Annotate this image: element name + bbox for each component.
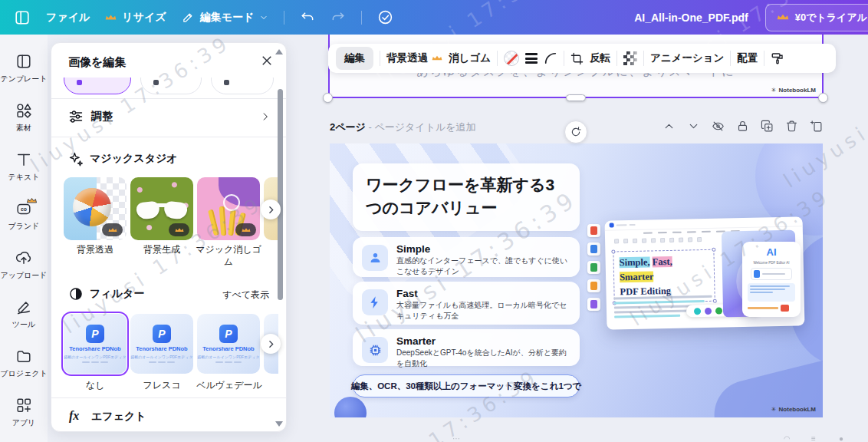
filter-none-thumb[interactable]: P Tenorshare PDNob 搭載のオールインワンPDFエディタ — [64, 314, 127, 374]
document-filename[interactable]: AI_All-in-One_PDF.pdf — [634, 12, 748, 24]
ai-panel-action-row — [748, 305, 795, 312]
value-desc: DeepSeekとGPT-4oを統合したAIが、分析と要約を自動化 — [396, 348, 570, 369]
duplicate-page-icon[interactable] — [761, 120, 774, 133]
sidebar-item-apps[interactable]: アプリ — [0, 397, 48, 428]
sidebar-item-label: テキスト — [8, 172, 40, 183]
decor-sphere — [334, 397, 367, 417]
magic-bg-generate-thumb[interactable] — [130, 177, 193, 240]
value-card-simple[interactable]: Simple 直感的なインターフェースで、誰でもすぐに使いこなせるデザイン — [353, 237, 580, 277]
cloud-save-status-button[interactable] — [377, 9, 393, 25]
mockup-heading-word: Smarter — [620, 271, 654, 282]
magic-bg-remove-thumb[interactable] — [64, 177, 127, 240]
magic-eraser-thumb[interactable] — [197, 177, 260, 240]
chevron-down-icon — [259, 13, 268, 22]
undo-button[interactable] — [300, 10, 315, 25]
tools-icon — [15, 299, 32, 315]
page3-partial-controls: ··· ◠ ≡ ● — [330, 434, 836, 442]
curve-style-button[interactable] — [544, 51, 557, 65]
magic-scroll-right-button[interactable] — [261, 200, 281, 219]
ellipsis-partial: ··· — [452, 434, 460, 442]
copy-style-button[interactable] — [771, 51, 784, 65]
no-color-swatch-button[interactable] — [504, 51, 519, 66]
context-toolbar: 編集 背景透過 消しゴム 反転 アニメーション 配置 — [328, 44, 836, 73]
edit-mode-menu[interactable]: 編集モード — [182, 11, 269, 25]
crop-icon — [570, 52, 584, 65]
effects-label: エフェクト — [91, 410, 146, 424]
sidebar-item-projects[interactable]: プロジェクト — [0, 348, 48, 379]
hide-page-icon[interactable] — [712, 120, 725, 133]
undo-icon — [300, 10, 315, 25]
page2-separator: - — [366, 121, 375, 133]
page2-canvas[interactable]: ワークフローを革新する3つのコアバリュー Simple 直感的なインターフェース… — [330, 143, 823, 417]
chip-icon — [362, 337, 388, 363]
stroke-weight-button[interactable] — [525, 53, 538, 64]
slide-title[interactable]: ワークフローを革新する3つのコアバリュー — [353, 163, 580, 231]
trial-button[interactable]: ¥0でトライアル — [765, 4, 868, 31]
panel-tab-pill[interactable] — [211, 78, 274, 94]
file-menu[interactable]: ファイル — [46, 11, 90, 25]
value-card-smarter[interactable]: Smarter DeepSeekとGPT-4oを統合したAIが、分析と要約を自動… — [353, 329, 580, 366]
sidebar-item-templates[interactable]: テンプレート — [0, 53, 48, 84]
filters-see-all-link[interactable]: すべて表示 — [222, 289, 269, 302]
adjust-row[interactable]: 調整 — [51, 99, 286, 137]
sidebar-item-elements[interactable]: 素材 — [0, 102, 48, 134]
redo-button[interactable] — [330, 10, 346, 25]
magic-studio-header: マジックスタジオ — [51, 151, 286, 170]
sidebar-item-uploads[interactable]: アップロード — [0, 249, 48, 281]
divider — [380, 51, 380, 66]
filters-scroll-right-button[interactable] — [261, 334, 281, 354]
delete-page-icon[interactable] — [785, 120, 798, 133]
template-icon — [15, 53, 32, 70]
page2-title-placeholder[interactable]: ページタイトルを追加 — [374, 121, 475, 133]
redo-icon — [330, 10, 346, 25]
panel-scroll-up-arrow[interactable] — [275, 49, 283, 54]
selection-handle-bottom-left[interactable] — [323, 93, 333, 103]
panel-tab-row — [51, 78, 286, 94]
panel-scrollbar[interactable] — [278, 89, 283, 300]
position-button[interactable]: 配置 — [737, 51, 758, 65]
filter-thumb-title: Tenorshare PDNob — [69, 345, 120, 352]
value-card-fast[interactable]: Fast 大容量ファイルも高速処理。ローカル暗号化でセキュリティも万全 — [353, 282, 580, 325]
pencil-icon — [182, 11, 195, 24]
value-desc: 大容量ファイルも高速処理。ローカル暗号化でセキュリティも万全 — [396, 300, 570, 322]
eraser-button[interactable]: 消しゴム — [449, 51, 491, 65]
selection-handle-bottom-right[interactable] — [818, 93, 828, 103]
panel-tab-pill[interactable] — [140, 78, 202, 94]
animation-button[interactable]: アニメーション — [650, 51, 724, 65]
slide-footer-pill[interactable]: 編集、OCR、30種類以上のフォーマット変換をこれ1つで — [353, 374, 580, 397]
selection-handle-bottom-center[interactable] — [566, 94, 586, 101]
resize-menu[interactable]: リサイズ — [105, 11, 166, 25]
background-remove-button[interactable]: 背景透過 — [386, 51, 442, 65]
edit-mode-label: 編集モード — [200, 11, 255, 25]
filter-item-label: ベルヴェデール — [192, 379, 266, 391]
effects-row[interactable]: fx エフェクト — [51, 402, 286, 432]
transparency-button[interactable] — [623, 51, 637, 65]
mockup-ai-panel: AI Welcome PDF Editor AI — [742, 242, 801, 317]
crop-button[interactable] — [570, 52, 584, 65]
panel-tab-pill-selected[interactable] — [64, 78, 131, 94]
filter-belvedere-thumb[interactable]: P Tenorshare PDNob 搭載のオールインワンPDFエディタ — [197, 314, 260, 374]
move-page-down-icon[interactable] — [687, 120, 700, 133]
magic-studio-title: マジックスタジオ — [90, 152, 178, 166]
move-page-up-icon[interactable] — [663, 120, 676, 133]
sidebar-item-tools[interactable]: ツール — [0, 299, 48, 330]
filter-thumb-sub: 搭載のオールインワンPDFエディタ — [130, 355, 192, 359]
rotate-page-button[interactable] — [564, 120, 587, 143]
sidebar-toggle-button[interactable] — [14, 9, 31, 26]
person-icon — [362, 245, 388, 271]
sidebar-item-text[interactable]: テキスト — [0, 151, 48, 183]
edit-tool-button[interactable]: 編集 — [336, 47, 373, 70]
mockup-icon-row — [614, 237, 702, 243]
sidebar-item-brand[interactable]: co ブランド — [0, 200, 48, 232]
magic-item-label: 背景生成 — [129, 243, 195, 256]
pdf-editor-app: ファイル リサイズ 編集モード AI_All-in-One_ — [0, 0, 868, 442]
sliders-icon — [68, 109, 84, 127]
panel-scroll-down-arrow[interactable] — [275, 421, 283, 427]
lock-page-icon[interactable] — [736, 120, 749, 133]
flip-button[interactable]: 反転 — [590, 51, 610, 65]
close-panel-button[interactable] — [260, 54, 274, 68]
edit-image-panel: 画像を編集 調整 マジックスタジオ — [51, 42, 287, 432]
filter-fresco-thumb[interactable]: P Tenorshare PDNob 搭載のオールインワンPDFエディタ — [130, 314, 193, 374]
ai-panel-subtitle: Welcome PDF Editor AI — [753, 261, 789, 265]
add-page-icon[interactable] — [810, 120, 823, 133]
